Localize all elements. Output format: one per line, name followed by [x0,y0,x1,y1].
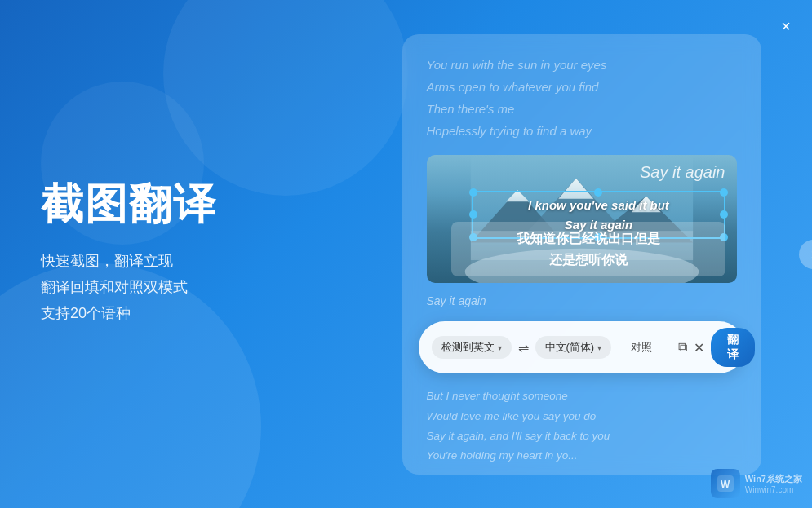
detect-language-btn[interactable]: 检测到英文 ▾ [432,336,512,359]
watermark-url: Winwin7.com [745,485,802,494]
bg-circle-3 [41,82,204,245]
more-lyrics-area: But I never thought someone Would love m… [402,387,761,474]
watermark: W Win7系统之家 Winwin7.com [711,469,802,498]
more-lyric-4: You're holding my heart in yo... [427,446,737,466]
screenshot-area: Say it again I know you've [427,155,737,284]
bottom-lyric-line: Say it again [427,291,737,311]
clear-button[interactable]: ✕ [694,336,704,359]
lyric-line-2: Arms open to whatever you find [427,76,737,98]
right-panel: You run with the sun in your eyes Arms o… [351,0,812,508]
translate-button[interactable]: 翻译 [711,328,755,367]
translation-line-2: 还是想听你说 [463,250,714,271]
svg-text:W: W [721,479,730,490]
more-lyric-1: But I never thought someone [427,387,737,406]
translation-line-1: 我知道你已经说出口但是 [463,228,714,250]
close-button[interactable]: × [773,13,799,39]
detect-arrow-icon: ▾ [498,343,502,352]
more-lyric-2: Would love me like you say you do [427,407,737,426]
translation-bubble: 我知道你已经说出口但是 还是想听你说 [451,222,725,276]
swap-icon[interactable]: ⇌ [518,340,529,356]
say-it-again-top: Say it again [640,163,725,182]
copy-button[interactable]: ⧉ [678,336,687,359]
lyrics-area-top: You run with the sun in your eyes Arms o… [402,34,761,155]
compare-label: 对照 [631,340,652,355]
clear-icon: ✕ [694,340,704,356]
screenshot-bg: Say it again I know you've [427,155,737,284]
target-arrow-icon: ▾ [597,343,601,352]
watermark-site: Win7系统之家 [745,473,802,485]
target-lang-label: 中文(简体) [545,340,595,355]
watermark-text: Win7系统之家 Winwin7.com [745,473,802,494]
watermark-logo: W [711,469,740,498]
selected-line-1: I know you've said it but [474,196,724,215]
lyric-line-1: You run with the sun in your eyes [427,54,737,76]
copy-icon: ⧉ [678,340,687,355]
next-arrow-button[interactable]: › [799,240,812,269]
target-language-btn[interactable]: 中文(简体) ▾ [535,336,612,359]
main-container: × 截图翻译 快速截图，翻译立现 翻译回填和对照双模式 支持20个语种 You … [0,0,812,508]
demo-card: You run with the sun in your eyes Arms o… [402,34,761,475]
watermark-logo-icon: W [717,475,734,492]
lyric-line-3: Then there's me [427,98,737,120]
toolbar: 检测到英文 ▾ ⇌ 中文(简体) ▾ 对照 ⧉ ✕ 翻译 [419,321,745,373]
more-lyric-3: Say it again, and I'll say it back to yo… [427,426,737,446]
detect-label: 检测到英文 [441,340,495,355]
lyric-line-4: Hopelessly trying to find a way [427,120,737,142]
bottom-lyric-area: Say it again [402,283,761,311]
